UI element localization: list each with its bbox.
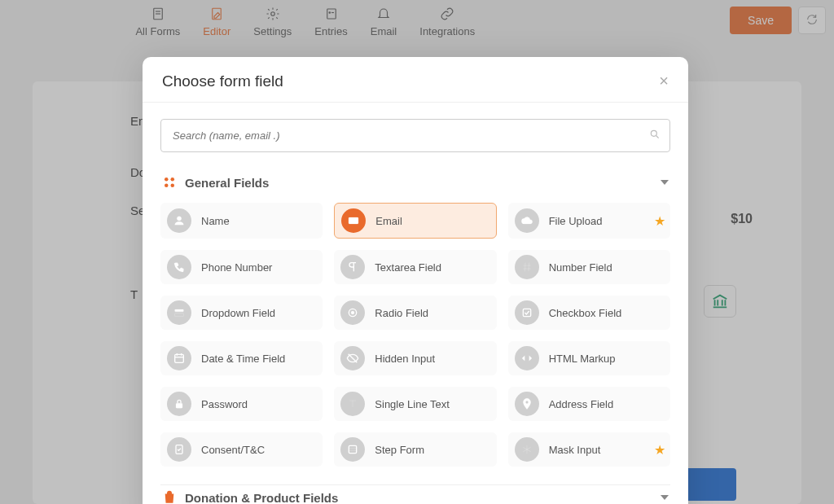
svg-rect-24 bbox=[523, 309, 530, 316]
field-label: Email bbox=[375, 215, 402, 227]
field-label: HTML Markup bbox=[549, 353, 616, 365]
paragraph-icon bbox=[340, 255, 365, 279]
field-hidden[interactable]: Hidden Input bbox=[334, 341, 496, 375]
calendar-icon bbox=[167, 346, 191, 370]
field-label: Hidden Input bbox=[375, 353, 435, 365]
svg-rect-35 bbox=[349, 445, 357, 453]
lock-icon bbox=[167, 392, 191, 416]
grid-icon bbox=[162, 175, 177, 190]
field-checkbox[interactable]: Checkbox Field bbox=[508, 296, 670, 330]
clipboard-check-icon bbox=[167, 437, 191, 462]
field-label: File Upload bbox=[549, 215, 603, 227]
field-password[interactable]: Password bbox=[160, 387, 323, 421]
svg-rect-20 bbox=[175, 309, 184, 312]
hash-icon bbox=[515, 255, 539, 279]
svg-point-13 bbox=[171, 184, 175, 188]
field-label: Mask Input bbox=[549, 444, 601, 456]
field-label: Checkbox Field bbox=[549, 307, 622, 319]
field-label: Date & Time Field bbox=[201, 353, 285, 365]
modal-header: Choose form field × bbox=[143, 57, 688, 103]
steps-icon bbox=[340, 437, 365, 462]
section-donation-fields[interactable]: Donation & Product Fields bbox=[160, 484, 670, 504]
svg-point-8 bbox=[651, 130, 656, 136]
chevron-down-icon bbox=[661, 180, 669, 185]
svg-point-12 bbox=[165, 184, 169, 188]
svg-line-9 bbox=[656, 135, 659, 138]
svg-rect-21 bbox=[175, 313, 184, 317]
phone-icon bbox=[167, 255, 191, 279]
field-address[interactable]: Address Field bbox=[508, 387, 670, 421]
radio-icon bbox=[340, 300, 365, 325]
field-email[interactable]: Email bbox=[334, 203, 496, 239]
svg-point-11 bbox=[171, 177, 175, 182]
field-picker-modal: Choose form field × General Fields Name … bbox=[143, 57, 688, 504]
field-label: Name bbox=[201, 215, 230, 227]
field-number[interactable]: Number Field bbox=[508, 250, 670, 284]
field-name[interactable]: Name bbox=[160, 203, 323, 239]
field-label: Textarea Field bbox=[375, 261, 441, 274]
field-label: Step Form bbox=[375, 444, 424, 456]
chevron-down-icon bbox=[661, 495, 669, 500]
field-step-form[interactable]: Step Form bbox=[334, 432, 496, 467]
field-single-line[interactable]: Single Line Text bbox=[334, 387, 496, 421]
field-consent[interactable]: Consent/T&C bbox=[160, 432, 323, 467]
field-label: Password bbox=[201, 398, 248, 410]
field-file-upload[interactable]: File Upload ★ bbox=[508, 203, 670, 239]
checkbox-icon bbox=[515, 300, 539, 325]
cloud-upload-icon bbox=[515, 208, 539, 233]
code-icon bbox=[515, 346, 539, 370]
svg-line-18 bbox=[525, 263, 525, 272]
svg-point-14 bbox=[177, 217, 181, 221]
map-pin-icon bbox=[515, 392, 539, 416]
dropdown-icon bbox=[167, 300, 191, 325]
envelope-icon bbox=[341, 208, 366, 233]
section-title: General Fields bbox=[185, 176, 652, 190]
modal-body: General Fields Name Email File Upload ★ … bbox=[143, 103, 688, 504]
bag-icon bbox=[162, 490, 177, 504]
field-label: Phone Number bbox=[201, 261, 272, 274]
text-icon bbox=[340, 392, 365, 416]
field-label: Single Line Text bbox=[375, 398, 450, 410]
field-mask-input[interactable]: Mask Input ★ bbox=[508, 432, 670, 467]
field-datetime[interactable]: Date & Time Field bbox=[160, 341, 323, 375]
field-html[interactable]: HTML Markup bbox=[508, 341, 670, 375]
section-title: Donation & Product Fields bbox=[185, 491, 652, 505]
star-icon: ★ bbox=[654, 213, 665, 229]
search-icon bbox=[649, 129, 661, 143]
asterisk-icon bbox=[515, 437, 539, 462]
field-phone[interactable]: Phone Number bbox=[160, 250, 323, 284]
svg-point-33 bbox=[525, 401, 528, 403]
close-button[interactable]: × bbox=[659, 72, 669, 90]
field-label: Address Field bbox=[549, 398, 613, 410]
field-label: Number Field bbox=[549, 261, 612, 274]
svg-point-23 bbox=[351, 311, 354, 314]
field-label: Consent/T&C bbox=[201, 444, 265, 456]
svg-rect-30 bbox=[176, 403, 182, 408]
field-radio[interactable]: Radio Field bbox=[334, 296, 496, 330]
general-fields-grid: Name Email File Upload ★ Phone Number Te… bbox=[160, 203, 670, 481]
field-label: Dropdown Field bbox=[201, 307, 275, 319]
close-icon: × bbox=[659, 72, 669, 90]
search-input[interactable] bbox=[160, 119, 670, 152]
star-icon: ★ bbox=[654, 442, 665, 458]
eye-off-icon bbox=[340, 346, 365, 370]
field-dropdown[interactable]: Dropdown Field bbox=[160, 296, 323, 330]
modal-title: Choose form field bbox=[162, 72, 283, 90]
field-label: Radio Field bbox=[375, 307, 428, 319]
svg-line-19 bbox=[529, 263, 529, 272]
field-textarea[interactable]: Textarea Field bbox=[334, 250, 496, 284]
svg-point-10 bbox=[165, 177, 169, 182]
section-general-fields[interactable]: General Fields bbox=[160, 169, 670, 203]
svg-rect-25 bbox=[175, 354, 184, 362]
search-wrap bbox=[160, 119, 670, 152]
user-icon bbox=[167, 208, 191, 233]
